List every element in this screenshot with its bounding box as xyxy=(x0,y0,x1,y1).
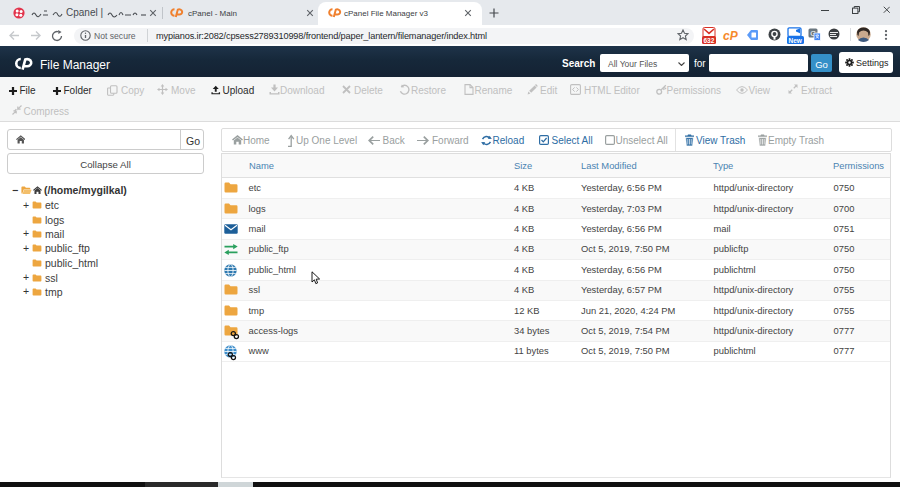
svg-text:Cpanel |: Cpanel | xyxy=(66,8,103,18)
